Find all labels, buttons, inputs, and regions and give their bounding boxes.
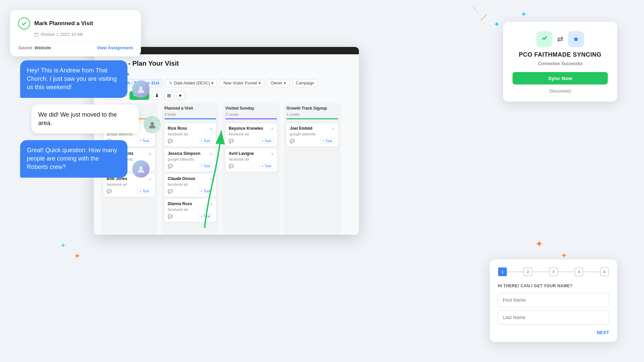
step-line-4	[583, 272, 600, 272]
chat-bubble-3: Great! Quick question: How many people a…	[20, 140, 127, 178]
next-button[interactable]: NEXT	[597, 330, 609, 335]
col-leads: 4 leads	[164, 112, 216, 116]
chat-card-icon[interactable]: 💬	[168, 139, 173, 143]
notification-meta: October 1, 2023 10 AM	[34, 32, 133, 37]
view-assignment-link[interactable]: View Assignment	[97, 45, 133, 50]
card-source: facebook ad	[168, 132, 213, 136]
card-name: Jessica Simpson	[168, 151, 200, 156]
sync-arrows-icon: ⇄	[557, 35, 563, 44]
add-card-icon[interactable]: +	[271, 126, 274, 131]
chat-card-icon[interactable]: 💬	[229, 164, 234, 169]
notification-date: October 1, 2023	[41, 32, 69, 37]
chat-card-icon[interactable]: 💬	[168, 164, 173, 169]
chat-card-icon[interactable]: 💬	[229, 139, 234, 143]
sync-now-button[interactable]: Sync Now	[513, 72, 608, 84]
chat-bubble-1: Hey! This is Andrew from That Church. I …	[20, 60, 127, 98]
avatar-2	[144, 116, 161, 133]
notification-title: Mark Plannned a Visit	[34, 20, 93, 27]
chat-card-icon[interactable]: 💬	[107, 189, 112, 194]
col-title: Growth Track Signup	[286, 106, 338, 112]
add-card-icon[interactable]: +	[271, 151, 274, 157]
form-step-3[interactable]: 3	[549, 267, 558, 276]
add-task-button[interactable]: + Task	[198, 138, 213, 144]
add-card-icon[interactable]: +	[210, 151, 213, 157]
card-name: Avril Lavigne	[229, 151, 254, 156]
add-card-icon[interactable]: +	[210, 126, 213, 131]
pco-logos: ⇄	[513, 31, 608, 47]
pco-title: PCO FAITHMADE SYNCING	[513, 51, 608, 58]
svg-point-1	[139, 86, 143, 90]
last-name-input[interactable]	[498, 310, 609, 324]
deco-lines-2: ⟍	[470, 3, 480, 14]
chat-card-icon[interactable]: 💬	[290, 139, 295, 143]
kanban-card[interactable]: Joel Embiid + google adwords 💬 + Task	[286, 123, 338, 146]
kanban-card[interactable]: Jessica Simpson + google adwords 💬 + Tas…	[164, 148, 216, 172]
check-icon	[18, 17, 30, 29]
add-task-button[interactable]: + Task	[198, 214, 213, 219]
chat-card-icon[interactable]: 💬	[168, 214, 173, 219]
card-name: Beyonce Knowles	[229, 126, 263, 131]
add-card-icon[interactable]: +	[210, 176, 213, 182]
col-leads: 1 Leads	[286, 112, 338, 116]
kanban-card[interactable]: Dianna Ross + facebook ad 💬 + Task	[164, 199, 216, 222]
card-source: facebook ad	[107, 182, 152, 186]
avatar-3	[132, 160, 150, 178]
add-card-icon[interactable]: +	[210, 201, 213, 207]
col-title: Visited Sunday	[225, 106, 277, 112]
add-task-button[interactable]: + Task	[198, 163, 213, 169]
form-step-4[interactable]: 4	[575, 267, 583, 276]
deco-sparkle-3: ✦	[60, 241, 66, 249]
grid-icon[interactable]: ⊞	[164, 91, 174, 100]
deco-lines-1: ⟋	[478, 10, 490, 24]
kanban-col-1: Planned a Visit4 leads Rick Ross + faceb…	[162, 103, 219, 234]
col-accent-bar	[164, 118, 216, 119]
form-card: 12345 HI THERE! CAN I GET YOUR NAME? NEX…	[490, 259, 617, 342]
add-task-button[interactable]: + Task	[320, 138, 335, 144]
form-steps: 12345	[498, 267, 609, 276]
funnel-dropdown[interactable]: New Visitor Funnel ▾	[220, 79, 264, 87]
add-task-button[interactable]: + Task	[259, 163, 274, 169]
add-card-icon[interactable]: +	[332, 126, 335, 131]
owner-dropdown[interactable]: Owner ▾	[267, 79, 289, 87]
form-step-5[interactable]: 5	[600, 267, 609, 276]
kanban-card[interactable]: Avril Lavigne + facebook ad 💬 + Task	[225, 148, 277, 172]
step-line-2	[532, 272, 549, 272]
deco-cross-1: ✦	[74, 251, 80, 261]
chevron-down-icon[interactable]: ▾	[176, 91, 184, 100]
form-step-2[interactable]: 2	[524, 267, 532, 276]
card-source: facebook ad	[229, 157, 274, 161]
kanban-col-3: Growth Track Signup1 Leads Joel Embiid +…	[284, 103, 341, 234]
kanban-card[interactable]: Claude Giroux + facebook ad 💬 + Task	[164, 174, 216, 197]
avatar-1	[132, 80, 150, 98]
card-source: google adwords	[290, 132, 335, 136]
step-line-3	[558, 272, 575, 272]
notification-card: Mark Plannned a Visit October 1, 2023 10…	[10, 10, 141, 56]
pco-sync-card: ⇄ PCO FAITHMADE SYNCING Connection Succe…	[503, 22, 617, 102]
add-task-button[interactable]: + Task	[137, 188, 152, 194]
campaign-button[interactable]: Campaign	[292, 79, 318, 87]
first-name-input[interactable]	[498, 293, 609, 307]
chat-card-icon[interactable]: 💬	[168, 189, 173, 194]
add-task-button[interactable]: + Task	[259, 138, 274, 144]
card-source: facebook ad	[229, 132, 274, 136]
chat-row-2: We did! We just moved to the area.	[20, 105, 161, 133]
calendar-icon	[34, 33, 39, 37]
col-title: Planned a Visit	[164, 106, 216, 112]
kanban-card[interactable]: Beyonce Knowles + facebook ad 💬 + Task	[225, 123, 277, 146]
add-task-button[interactable]: + Task	[198, 188, 213, 194]
col-accent-bar	[225, 118, 277, 119]
form-step-1[interactable]: 1	[498, 267, 507, 276]
card-source: facebook ad	[168, 207, 213, 212]
sort-dropdown[interactable]: Date Added (DESC) ▾	[165, 79, 217, 87]
kanban-card[interactable]: Rick Ross + facebook ad 💬 + Task	[164, 123, 216, 146]
chat-row-3: Great! Quick question: How many people a…	[20, 140, 161, 178]
card-name: Dianna Ross	[168, 201, 192, 206]
card-source: facebook ad	[168, 182, 213, 186]
pco-logo	[568, 31, 584, 47]
svg-point-3	[139, 166, 143, 170]
chat-bubble-2: We did! We just moved to the area.	[32, 105, 139, 133]
disconnect-link[interactable]: Disconnect	[513, 88, 608, 94]
step-line-1	[507, 272, 524, 272]
kanban-col-2: Visited Sunday2 Leads Beyonce Knowles + …	[223, 103, 280, 234]
chat-area: Hey! This is Andrew from That Church. I …	[20, 60, 161, 178]
